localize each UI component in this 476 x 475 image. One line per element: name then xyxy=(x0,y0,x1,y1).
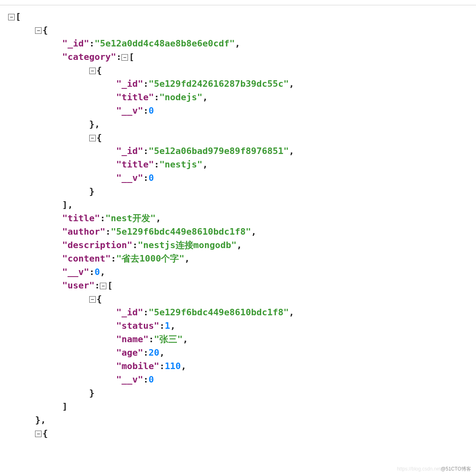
json-number: 0 xyxy=(148,374,154,385)
collapse-icon[interactable] xyxy=(121,54,128,61)
json-key: "title" xyxy=(116,92,154,102)
json-number: 1 xyxy=(165,321,170,331)
json-key: "user" xyxy=(62,280,94,290)
json-string: "nestjs" xyxy=(159,159,203,169)
json-string: "省去1000个字" xyxy=(116,253,184,264)
json-key: "_id" xyxy=(116,307,143,317)
json-key: "title" xyxy=(62,213,100,223)
json-string: "5e129fd242616287b39dc55c" xyxy=(148,79,289,89)
json-key: "status" xyxy=(116,321,159,331)
json-number: 0 xyxy=(148,106,154,116)
collapse-icon[interactable] xyxy=(8,14,15,20)
json-key: "_id" xyxy=(116,79,143,89)
collapse-icon[interactable] xyxy=(100,283,106,289)
json-key: "mobile" xyxy=(116,361,159,371)
json-key: "name" xyxy=(116,334,148,344)
watermark: https://blog.csdn.net@51CTO博客 xyxy=(397,465,471,473)
json-key: "age" xyxy=(116,347,143,358)
json-key: "category" xyxy=(62,52,116,62)
collapse-icon[interactable] xyxy=(89,68,96,74)
json-key: "_id" xyxy=(62,38,89,48)
json-string: "nest开发" xyxy=(105,213,155,223)
json-string: "5e129f6bdc449e8610bdc1f8" xyxy=(148,307,289,317)
json-string: "张三" xyxy=(154,334,183,344)
collapse-icon[interactable] xyxy=(35,27,42,34)
json-key: "title" xyxy=(116,159,154,169)
json-key: "__v" xyxy=(62,267,89,277)
json-key: "__v" xyxy=(116,374,143,385)
top-divider xyxy=(0,5,476,5)
collapse-icon[interactable] xyxy=(89,135,96,141)
json-key: "_id" xyxy=(116,146,143,156)
json-string: "nodejs" xyxy=(159,92,203,102)
json-key: "content" xyxy=(62,253,110,264)
json-string: "nestjs连接mongodb" xyxy=(138,240,237,250)
watermark-handle: @51CTO博客 xyxy=(441,466,471,472)
json-number: 20 xyxy=(148,347,159,358)
json-number: 0 xyxy=(148,173,154,183)
json-key: "author" xyxy=(62,227,105,237)
collapse-icon[interactable] xyxy=(89,296,96,303)
json-string: "5e12a06bad979e89f8976851" xyxy=(148,146,289,156)
collapse-icon[interactable] xyxy=(35,431,42,437)
json-key: "description" xyxy=(62,240,132,250)
json-number: 110 xyxy=(165,361,181,371)
watermark-url: https://blog.csdn.net xyxy=(397,466,441,472)
json-key: "__v" xyxy=(116,106,143,116)
json-string: "5e12a0dd4c48ae8b8e6e0cdf" xyxy=(95,38,235,48)
json-key: "__v" xyxy=(116,173,143,183)
json-viewer: [ { "_id":"5e12a0dd4c48ae8b8e6e0cdf", "c… xyxy=(0,0,476,448)
json-number: 0 xyxy=(95,267,100,277)
json-string: "5e129f6bdc449e8610bdc1f8" xyxy=(111,227,251,237)
